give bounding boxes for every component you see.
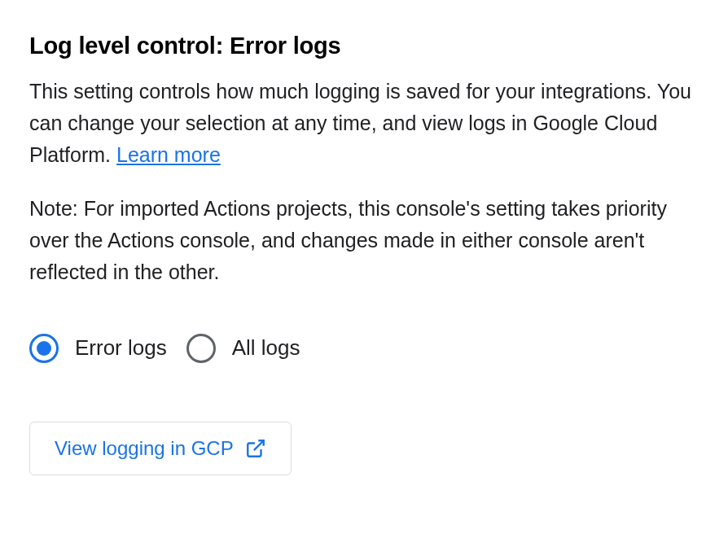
radio-label-all: All logs bbox=[232, 335, 300, 361]
radio-option-error-logs[interactable]: Error logs bbox=[29, 334, 167, 363]
view-button-label: View logging in GCP bbox=[55, 437, 234, 460]
note-text: Note: For imported Actions projects, thi… bbox=[29, 193, 697, 287]
radio-icon bbox=[186, 334, 216, 363]
description-text: This setting controls how much logging i… bbox=[29, 76, 697, 170]
radio-icon bbox=[29, 334, 59, 363]
section-heading: Log level control: Error logs bbox=[29, 33, 699, 59]
external-link-icon bbox=[245, 438, 266, 459]
svg-line-0 bbox=[254, 440, 264, 450]
learn-more-link[interactable]: Learn more bbox=[116, 143, 221, 166]
radio-label-error: Error logs bbox=[75, 335, 167, 361]
log-level-radio-group: Error logs All logs bbox=[29, 334, 699, 363]
radio-option-all-logs[interactable]: All logs bbox=[186, 334, 300, 363]
view-logging-gcp-button[interactable]: View logging in GCP bbox=[29, 422, 292, 475]
